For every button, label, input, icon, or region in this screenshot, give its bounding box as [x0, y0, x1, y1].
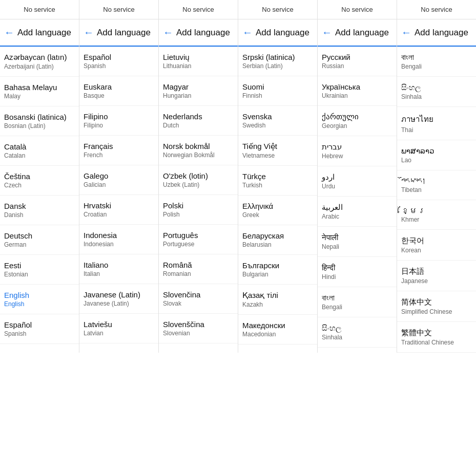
- list-item[interactable]: বাংলাBengali: [397, 47, 476, 77]
- lang-native-name: Azərbaycan (latın): [4, 53, 75, 62]
- lang-english-name: Swedish: [242, 122, 313, 129]
- list-item[interactable]: NederlandsDutch: [159, 106, 238, 136]
- list-item[interactable]: Қазақ тіліKazakh: [238, 285, 317, 315]
- list-item[interactable]: SuomiFinnish: [238, 76, 317, 106]
- list-item[interactable]: EuskaraBasque: [79, 76, 158, 106]
- list-item[interactable]: ខ្មែរKhmer: [397, 200, 476, 230]
- lang-list-2: LietuviųLithuanianMagyarHungarianNederla…: [159, 47, 238, 343]
- lang-native-name: Русский: [322, 53, 392, 61]
- list-item[interactable]: ქართულიGeorgian: [318, 106, 397, 136]
- lang-native-name: Deutsch: [4, 231, 75, 240]
- list-item[interactable]: ພາສາລາວLao: [397, 140, 476, 170]
- column-header-4: ←Add language: [318, 19, 397, 47]
- list-item[interactable]: བོད་སྐད།Tibetan: [397, 170, 476, 200]
- list-item[interactable]: Azərbaycan (latın)Azerbaijani (Latin): [0, 47, 79, 77]
- list-item[interactable]: 한국어Korean: [397, 230, 476, 261]
- list-item[interactable]: DanskDanish: [0, 196, 79, 225]
- list-item[interactable]: বাংলাBengali: [318, 287, 397, 317]
- list-item[interactable]: עבריתHebrew: [318, 136, 397, 166]
- list-item[interactable]: РусскийRussian: [318, 47, 397, 76]
- list-item[interactable]: LatviešuLatvian: [79, 314, 158, 343]
- lang-english-name: Slovenian: [163, 330, 234, 337]
- list-item[interactable]: ItalianoItalian: [79, 254, 158, 284]
- lang-english-name: Khmer: [401, 216, 472, 223]
- lang-english-name: Hungarian: [163, 92, 234, 99]
- column-5: ←Add languageবাংলাBengaliසිංහලSinhalaภาษ…: [397, 19, 476, 353]
- list-item[interactable]: PortuguêsPortuguese: [159, 225, 238, 254]
- list-item[interactable]: 简体中文Simplified Chinese: [397, 291, 476, 322]
- list-item[interactable]: RomânăRomanian: [159, 254, 238, 284]
- back-arrow-icon[interactable]: ←: [4, 27, 14, 38]
- list-item[interactable]: MagyarHungarian: [159, 76, 238, 106]
- list-item[interactable]: EspañolSpanish: [79, 47, 158, 76]
- back-arrow-icon[interactable]: ←: [84, 27, 94, 38]
- status-segment-2: No service: [159, 0, 238, 19]
- lang-english-name: Hebrew: [322, 153, 392, 160]
- list-item[interactable]: ΕλληνικάGreek: [238, 196, 317, 225]
- list-item[interactable]: FrançaisFrench: [79, 136, 158, 165]
- lang-english-name: Lithuanian: [163, 62, 234, 70]
- columns-wrapper: ←Add languageAzərbaycan (latın)Azerbaija…: [0, 19, 476, 353]
- lang-native-name: Nederlands: [163, 112, 234, 121]
- list-item[interactable]: සිංහලSinhala: [397, 77, 476, 107]
- list-item[interactable]: हिन्दीHindi: [318, 257, 397, 287]
- list-item[interactable]: 繁體中文Traditional Chinese: [397, 322, 476, 353]
- back-arrow-icon[interactable]: ←: [322, 27, 332, 38]
- list-item[interactable]: 日本語Japanese: [397, 261, 476, 291]
- list-item[interactable]: Norsk bokmålNorwegian Bokmål: [159, 136, 238, 165]
- lang-english-name: Galician: [84, 181, 154, 188]
- list-item[interactable]: ČeštinaCzech: [0, 166, 79, 196]
- lang-english-name: Basque: [84, 92, 154, 99]
- lang-english-name: Portuguese: [163, 241, 234, 248]
- list-item[interactable]: EspañolSpanish: [0, 314, 79, 344]
- list-item[interactable]: SvenskaSwedish: [238, 106, 317, 136]
- lang-english-name: Malay: [4, 93, 75, 100]
- list-item[interactable]: SlovenščinaSlovenian: [159, 314, 238, 343]
- list-item[interactable]: БългарскиBulgarian: [238, 255, 317, 285]
- lang-list-5: বাংলাBengaliසිංහලSinhalaภาษาไทยThaiພາສາລ…: [397, 47, 476, 353]
- list-item[interactable]: HrvatskiCroatian: [79, 195, 158, 225]
- back-arrow-icon[interactable]: ←: [401, 27, 411, 38]
- lang-english-name: Bengali: [322, 304, 392, 311]
- lang-english-name: Croatian: [84, 211, 154, 218]
- list-item[interactable]: TürkçeTurkish: [238, 166, 317, 196]
- lang-english-name: Javanese (Latin): [84, 300, 154, 307]
- list-item[interactable]: नेपालीNepali: [318, 227, 397, 257]
- list-item[interactable]: Srpski (latinica)Serbian (Latin): [238, 47, 317, 76]
- list-item[interactable]: Javanese (Latin)Javanese (Latin): [79, 284, 158, 314]
- list-item[interactable]: FilipinoFilipino: [79, 106, 158, 136]
- lang-native-name: Български: [242, 261, 313, 270]
- list-item[interactable]: CatalàCatalan: [0, 136, 79, 166]
- list-item[interactable]: DeutschGerman: [0, 225, 79, 255]
- lang-native-name: 日本語: [401, 267, 472, 276]
- back-arrow-icon[interactable]: ←: [242, 27, 253, 38]
- lang-english-name: Bosnian (Latin): [4, 122, 75, 130]
- list-item[interactable]: اردوUrdu: [318, 166, 397, 197]
- list-item[interactable]: LietuviųLithuanian: [159, 47, 238, 76]
- list-item[interactable]: O'zbek (lotin)Uzbek (Latin): [159, 165, 238, 195]
- back-arrow-icon[interactable]: ←: [163, 27, 173, 38]
- list-item[interactable]: Bosanski (latinica)Bosnian (Latin): [0, 106, 79, 136]
- list-item[interactable]: УкраїнськаUkrainian: [318, 76, 397, 106]
- list-item[interactable]: සිංහලSinhala: [318, 317, 397, 348]
- list-item[interactable]: GalegoGalician: [79, 165, 158, 195]
- lang-english-name: Slovak: [163, 300, 234, 307]
- lang-native-name: Slovenčina: [163, 290, 234, 299]
- list-item[interactable]: EnglishEnglish: [0, 285, 79, 314]
- list-item[interactable]: БеларускаяBelarusian: [238, 225, 317, 255]
- list-item[interactable]: МакедонскиMacedonian: [238, 315, 317, 344]
- list-item[interactable]: PolskiPolish: [159, 195, 238, 225]
- lang-native-name: Latviešu: [84, 320, 154, 329]
- list-item[interactable]: Bahasa MelayuMalay: [0, 77, 79, 106]
- list-item[interactable]: Tiếng ViệtVietnamese: [238, 136, 317, 166]
- lang-english-name: Simplified Chinese: [401, 308, 472, 315]
- status-segment-3: No service: [238, 0, 318, 19]
- list-item[interactable]: ภาษาไทยThai: [397, 107, 476, 140]
- column-header-0: ←Add language: [0, 19, 79, 47]
- list-item[interactable]: IndonesiaIndonesian: [79, 225, 158, 254]
- list-item[interactable]: العربيةArabic: [318, 197, 397, 227]
- list-item[interactable]: SlovenčinaSlovak: [159, 284, 238, 314]
- lang-native-name: བོད་སྐད།: [401, 177, 472, 185]
- lang-english-name: Hindi: [322, 273, 392, 281]
- list-item[interactable]: EestiEstonian: [0, 255, 79, 285]
